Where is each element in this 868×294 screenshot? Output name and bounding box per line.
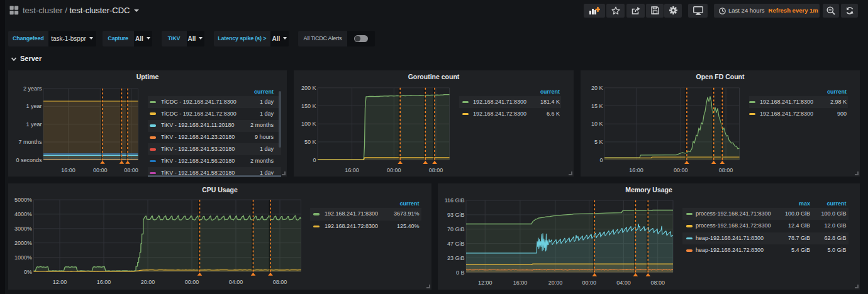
svg-text:00:00: 00:00 — [582, 280, 596, 286]
svg-text:5000%: 5000% — [14, 197, 32, 203]
svg-text:7 months: 7 months — [18, 139, 42, 145]
svg-text:16:00: 16:00 — [345, 167, 359, 173]
svg-text:150 K: 150 K — [301, 103, 316, 109]
svg-text:23 GiB: 23 GiB — [447, 255, 465, 261]
svg-text:00:00: 00:00 — [185, 279, 199, 285]
svg-text:08:00: 08:00 — [650, 280, 665, 286]
svg-text:12:00: 12:00 — [478, 280, 492, 286]
svg-text:04:00: 04:00 — [229, 279, 243, 285]
svg-text:5 K: 5 K — [594, 139, 603, 145]
svg-text:0%: 0% — [24, 269, 32, 275]
svg-text:100 K: 100 K — [301, 121, 316, 127]
svg-text:08:00: 08:00 — [719, 167, 733, 173]
svg-text:04:00: 04:00 — [616, 280, 631, 286]
svg-text:2000%: 2000% — [14, 240, 32, 246]
svg-text:1 year: 1 year — [26, 121, 42, 128]
svg-text:47 GiB: 47 GiB — [447, 241, 465, 247]
svg-text:50 K: 50 K — [304, 139, 316, 145]
svg-text:0 seconds: 0 seconds — [16, 157, 42, 163]
svg-text:16:00: 16:00 — [61, 167, 75, 173]
svg-text:08:00: 08:00 — [124, 167, 138, 173]
svg-text:15 K: 15 K — [591, 103, 603, 109]
svg-text:12:00: 12:00 — [53, 279, 67, 285]
svg-text:200 K: 200 K — [301, 85, 316, 91]
svg-text:1000%: 1000% — [14, 254, 32, 261]
svg-text:0 B: 0 B — [456, 270, 465, 276]
svg-text:20:00: 20:00 — [141, 279, 155, 285]
svg-text:70 GiB: 70 GiB — [447, 226, 465, 232]
svg-text:00:00: 00:00 — [93, 167, 108, 173]
svg-text:00:00: 00:00 — [674, 167, 688, 173]
svg-text:10 K: 10 K — [591, 121, 603, 127]
svg-text:116 GiB: 116 GiB — [445, 197, 465, 204]
svg-text:00:00: 00:00 — [387, 167, 401, 173]
svg-text:16:00: 16:00 — [97, 279, 111, 285]
svg-text:08:00: 08:00 — [273, 279, 287, 285]
svg-text:08:00: 08:00 — [429, 167, 443, 173]
svg-text:20 K: 20 K — [591, 85, 603, 91]
svg-text:1 year: 1 year — [26, 103, 42, 109]
svg-text:93 GiB: 93 GiB — [447, 212, 465, 218]
svg-text:3000%: 3000% — [14, 226, 32, 232]
svg-text:2 years: 2 years — [23, 85, 42, 92]
svg-text:4000%: 4000% — [14, 211, 32, 217]
svg-text:20:00: 20:00 — [548, 280, 563, 286]
svg-text:0: 0 — [313, 157, 316, 163]
svg-text:16:00: 16:00 — [629, 167, 643, 173]
svg-text:0: 0 — [599, 157, 603, 163]
svg-text:16:00: 16:00 — [513, 280, 528, 286]
